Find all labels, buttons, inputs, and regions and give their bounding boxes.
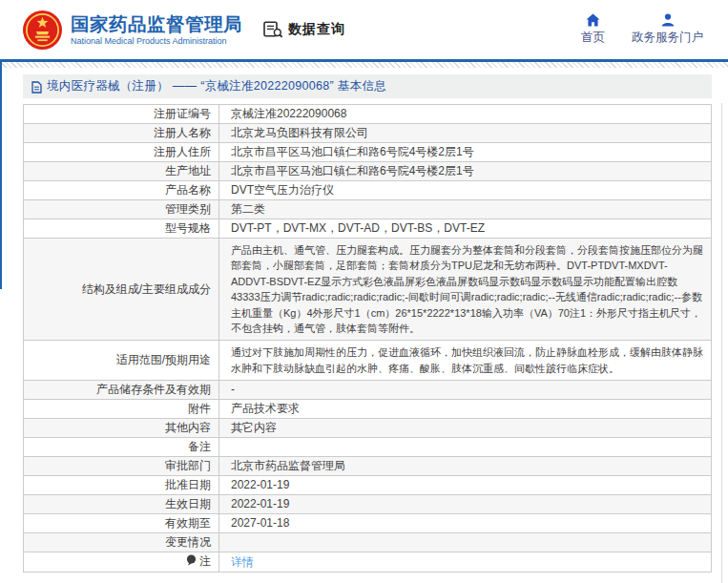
row-value: -	[219, 381, 712, 400]
home-icon	[586, 13, 600, 27]
row-label: 产品名称	[24, 181, 219, 200]
row-label: 结构及组成/主要组成成分	[24, 239, 219, 341]
row-label: 生效日期	[24, 495, 219, 514]
logo-text: 国家药品监督管理局 National Medical Products Admi…	[71, 12, 242, 47]
row-value: 北京龙马负图科技有限公司	[219, 124, 712, 143]
row-value: 北京市昌平区马池口镇仁和路6号院4号楼2层1号	[219, 162, 712, 181]
row-value: 详情	[219, 552, 712, 573]
row-label: 变更情况	[24, 533, 219, 552]
table-row: 其他内容其它内容	[24, 419, 712, 438]
row-label: 注册人名称	[24, 124, 219, 143]
nav-home[interactable]: 首页	[581, 13, 605, 46]
row-value: 其它内容	[219, 419, 712, 438]
row-label: 产品储存条件及有效期	[24, 381, 219, 400]
document-icon	[31, 81, 42, 94]
table-row: 适用范围/预期用途通过对下肢施加周期性的压力，促进血液循环，加快组织液回流，防止…	[24, 341, 712, 381]
document-search-icon	[263, 21, 283, 38]
row-value: 产品技术要求	[219, 400, 712, 419]
table-row: 注 详情	[24, 552, 712, 573]
table-row: 审批部门北京市药品监督管理局	[24, 457, 712, 476]
row-label: 注册证编号	[24, 105, 219, 124]
data-query-label: 数据查询	[288, 21, 345, 38]
table-row: 型号规格DVT-PT，DVT-MX，DVT-AD，DVT-BS，DVT-EZ	[24, 219, 712, 239]
table-row: 注册人名称北京龙马负图科技有限公司	[24, 124, 712, 143]
row-label: 其他内容	[24, 419, 219, 438]
table-row: 备注	[24, 438, 712, 457]
info-table: 注册证编号京械注准20222090068 注册人名称北京龙马负图科技有限公司 注…	[23, 104, 712, 573]
breadcrumb: 境内医疗器械（注册） —— “京械注准20222090068” 基本信息	[23, 74, 712, 98]
site-subtitle: National Medical Products Administration	[71, 35, 242, 47]
row-label: 型号规格	[24, 219, 219, 239]
row-value: 通过对下肢施加周期性的压力，促进血液循环，加快组织液回流，防止静脉血栓形成，缓解…	[219, 341, 712, 381]
breadcrumb-text: 境内医疗器械（注册） —— “京械注准20222090068” 基本信息	[47, 78, 386, 94]
row-value: 2022-01-19	[219, 476, 712, 495]
table-row: 管理类别第二类	[24, 200, 712, 219]
row-label: 管理类别	[24, 200, 219, 219]
row-label: 附件	[24, 400, 219, 419]
data-query-link[interactable]: 数据查询	[263, 21, 345, 38]
table-row: 产品名称DVT空气压力治疗仪	[24, 181, 712, 200]
row-value	[219, 438, 712, 457]
nav-gov-portal[interactable]: 政务服务门户	[632, 13, 703, 46]
row-value: 京械注准20222090068	[219, 105, 712, 124]
row-value: 北京市药品监督管理局	[219, 457, 712, 476]
balloon-icon	[186, 554, 197, 570]
nav-gov-portal-label: 政务服务门户	[632, 30, 703, 46]
row-label: 适用范围/预期用途	[24, 341, 219, 381]
left-accent-line	[0, 62, 2, 289]
table-row: 有效期至2027-01-18	[24, 514, 712, 533]
table-row: 生产地址北京市昌平区马池口镇仁和路6号院4号楼2层1号	[24, 162, 712, 181]
row-label: 注	[24, 552, 219, 573]
user-icon	[661, 13, 675, 27]
note-label: 注	[199, 554, 211, 568]
table-row: 生效日期2022-01-19	[24, 495, 712, 514]
top-nav: 首页 政务服务门户	[581, 13, 703, 46]
table-row: 变更情况	[24, 533, 712, 552]
row-value: DVT-PT，DVT-MX，DVT-AD，DVT-BS，DVT-EZ	[219, 219, 712, 239]
row-value: 第二类	[219, 200, 712, 219]
table-row: 结构及组成/主要组成成分产品由主机、通气管、压力腿套构成。压力腿套分为整体套筒和…	[24, 239, 712, 341]
table-row: 注册证编号京械注准20222090068	[24, 105, 712, 124]
china-national-emblem-icon	[23, 10, 62, 50]
main-content: 境内医疗器械（注册） —— “京械注准20222090068” 基本信息 注册证…	[23, 74, 712, 573]
row-value	[219, 533, 712, 552]
row-value: 产品由主机、通气管、压力腿套构成。压力腿套分为整体套筒和分段套筒，分段套筒按施压…	[219, 239, 712, 341]
table-row: 注册人住所北京市昌平区马池口镇仁和路6号院4号楼2层1号	[24, 143, 712, 162]
row-label: 批准日期	[24, 476, 219, 495]
row-value: 2022-01-19	[219, 495, 712, 514]
row-value: DVT空气压力治疗仪	[219, 181, 712, 200]
container-right-border	[721, 103, 722, 583]
details-link[interactable]: 详情	[231, 555, 254, 569]
row-value: 2027-01-18	[219, 514, 712, 533]
table-row: 批准日期2022-01-19	[24, 476, 712, 495]
table-row: 产品储存条件及有效期-	[24, 381, 712, 400]
row-label: 生产地址	[24, 162, 219, 181]
row-label: 注册人住所	[24, 143, 219, 162]
site-title: 国家药品监督管理局	[71, 12, 242, 35]
row-value: 北京市昌平区马池口镇仁和路6号院4号楼2层1号	[219, 143, 712, 162]
nmpa-logo[interactable]: 国家药品监督管理局 National Medical Products Admi…	[23, 10, 242, 50]
row-label: 审批部门	[24, 457, 219, 476]
hatch-pattern-strip	[0, 62, 728, 68]
site-header: 国家药品监督管理局 National Medical Products Admi…	[0, 0, 728, 59]
table-row: 附件产品技术要求	[24, 400, 712, 419]
nav-home-label: 首页	[581, 30, 605, 46]
row-label: 有效期至	[24, 514, 219, 533]
row-label: 备注	[24, 438, 219, 457]
